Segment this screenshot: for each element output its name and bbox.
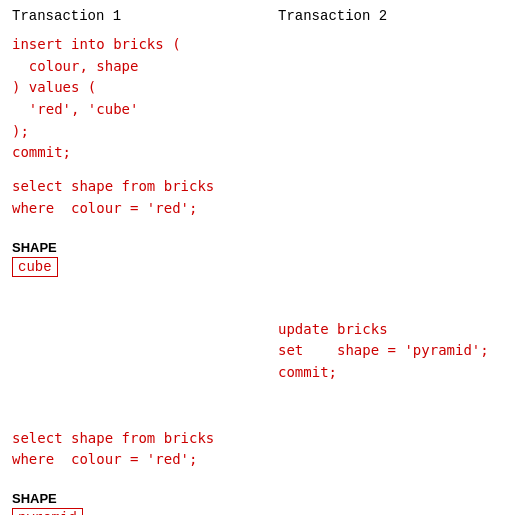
tx1-insert-code: insert into bricks ( colour, shape ) val…: [12, 34, 270, 164]
tx2-header: Transaction 2: [270, 8, 526, 24]
section-update: update bricks set shape = 'pyramid'; com…: [0, 287, 526, 416]
tx1-insert-col: insert into bricks ( colour, shape ) val…: [0, 34, 270, 164]
header-row: Transaction 1 Transaction 2: [0, 8, 526, 24]
result-value-1: cube: [18, 259, 52, 275]
section-result1: SHAPE cube: [0, 232, 526, 287]
tx1-select2-code: select shape from bricks where colour = …: [12, 428, 270, 471]
spacer2: [0, 220, 526, 232]
shape-label-2: SHAPE: [12, 491, 270, 506]
tx1-select1-code: select shape from bricks where colour = …: [12, 176, 270, 219]
tx1-empty-col1: [0, 287, 270, 345]
spacer3: [0, 416, 526, 428]
section-insert: insert into bricks ( colour, shape ) val…: [0, 34, 526, 164]
result-box-2: pyramid: [12, 508, 83, 515]
tx1-result2-col: SHAPE pyramid: [0, 483, 270, 515]
tx2-update-code: update bricks set shape = 'pyramid'; com…: [278, 319, 526, 384]
tx1-result1-col: SHAPE cube: [0, 232, 270, 287]
tx2-update-col: update bricks set shape = 'pyramid'; com…: [270, 287, 526, 416]
result-value-2: pyramid: [18, 510, 77, 515]
spacer4: [0, 471, 526, 483]
tx1-header: Transaction 1: [0, 8, 270, 24]
result-box-1: cube: [12, 257, 58, 277]
tx1-select2-col: select shape from bricks where colour = …: [0, 428, 270, 471]
section-select2: select shape from bricks where colour = …: [0, 428, 526, 471]
spacer1: [0, 164, 526, 176]
tx1-title: Transaction 1: [12, 8, 121, 24]
section-result2: SHAPE pyramid: [0, 483, 526, 515]
section-select1: select shape from bricks where colour = …: [0, 176, 526, 219]
main-container: Transaction 1 Transaction 2 insert into …: [0, 0, 526, 515]
tx2-title: Transaction 2: [278, 8, 387, 24]
tx1-select1-col: select shape from bricks where colour = …: [0, 176, 270, 219]
shape-label-1: SHAPE: [12, 240, 270, 255]
